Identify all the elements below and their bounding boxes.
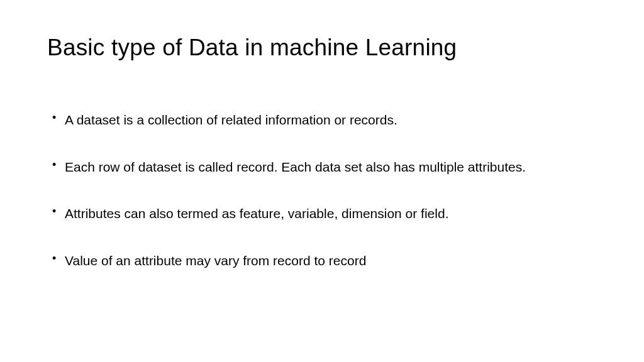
list-item: Each row of dataset is called record. Ea… (52, 151, 597, 184)
list-item: A dataset is a collection of related inf… (52, 104, 597, 137)
slide-title: Basic type of Data in machine Learning (47, 35, 597, 61)
list-item: Attributes can also termed as feature, v… (52, 197, 597, 231)
list-item: Value of an attribute may vary from reco… (52, 244, 597, 278)
bullet-list: A dataset is a collection of related inf… (47, 104, 597, 277)
